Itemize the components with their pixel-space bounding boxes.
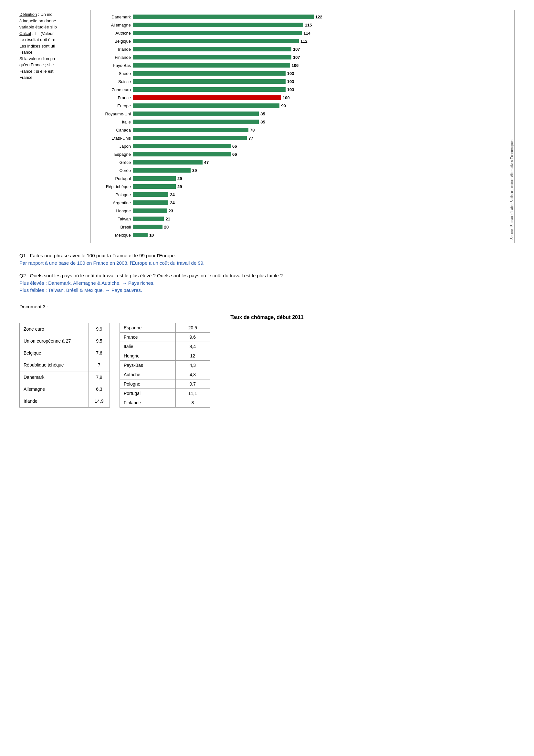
calcul-label: Calcul: [19, 31, 31, 36]
chart-row-bar-area: 103: [133, 71, 501, 76]
chart-row-label: Italie: [94, 120, 133, 124]
chart-row-bar-area: 24: [133, 201, 501, 205]
document-3-section: Document 3 : Taux de chômage, début 2011…: [19, 304, 515, 408]
chart-bar-value: 112: [300, 39, 308, 44]
table-cell-value: 20,5: [175, 323, 210, 332]
answer-2-line2: Plus faibles : Taïwan, Brésil & Mexique.…: [19, 287, 515, 294]
table-title: Taux de chômage, début 2011: [19, 314, 515, 320]
chart-row: Brésil20: [94, 223, 501, 230]
chart-bar-fill: [133, 79, 286, 84]
chart-bar-value: 21: [165, 217, 170, 221]
chart-bar-fill: [133, 144, 231, 148]
table-row: Italie8,4: [120, 342, 210, 351]
chart-row-label: Zone euro: [94, 87, 133, 92]
chart-bar-fill: [133, 31, 302, 35]
definition-title: Définition: [19, 12, 37, 17]
table-cell-country: Autriche: [120, 370, 176, 379]
chart-bar-value: 107: [293, 55, 300, 60]
table-cell-country: Portugal: [120, 389, 176, 398]
chart-bar-value: 78: [250, 128, 255, 132]
chart-row-label: Pologne: [94, 192, 133, 197]
chart-row-bar-area: 78: [133, 128, 501, 132]
chart-bar-value: 66: [232, 144, 237, 149]
chart-row-label: France: [94, 95, 133, 100]
chart-row-label: Rép. tchèque: [94, 184, 133, 189]
chart-bar-value: 106: [292, 63, 299, 68]
table-cell-country: Union européenne à 27: [20, 335, 89, 347]
answer-2-line1: Plus élevés : Danemark, Allemagne & Autr…: [19, 280, 515, 287]
table-row: Union européenne à 279,5: [20, 335, 110, 347]
table-cell-value: 9,5: [89, 335, 110, 347]
calcul-text: : I = (Valeur: [31, 31, 54, 36]
table-cell-country: Italie: [120, 342, 176, 351]
chart-bar-value: 99: [281, 103, 286, 108]
chart-row-bar-area: 77: [133, 136, 501, 141]
table-cell-country: Zone euro: [20, 323, 89, 335]
chart-row-bar-area: 29: [133, 184, 501, 189]
chart-row-label: Pays-Bas: [94, 63, 133, 68]
table-row: Allemagne6,3: [20, 383, 110, 395]
table-cell-country: Irlande: [20, 395, 89, 407]
bar-chart: Danemark122Allemagne115Autriche114Belgiq…: [90, 10, 515, 243]
def-line8: France.: [19, 50, 34, 55]
table-row: Zone euro9,9: [20, 323, 110, 335]
chart-bar-fill: [133, 184, 176, 189]
chart-bar-fill: [133, 152, 231, 156]
chart-bar-value: 66: [232, 152, 237, 157]
table-row: Pays-Bas4,3: [120, 361, 210, 370]
chart-row-bar-area: 66: [133, 152, 501, 157]
table-cell-value: 9,7: [175, 379, 210, 389]
chart-bar-value: 23: [169, 208, 173, 213]
chart-row-label: Japon: [94, 144, 133, 149]
chart-row-bar-area: 20: [133, 225, 501, 230]
left-table: Zone euro9,9Union européenne à 279,5Belg…: [19, 323, 110, 408]
chart-row-label: Argentine: [94, 201, 133, 205]
chart-bar-fill: [133, 217, 164, 221]
chart-row-label: Taiwan: [94, 217, 133, 221]
definition-text2: : Un indi: [37, 12, 53, 17]
chart-bar-fill: [133, 128, 248, 132]
definition-box: Définition : Un indi à laquelle on donne…: [19, 10, 90, 243]
chart-row-label: Autriche: [94, 31, 133, 36]
table-cell-country: Belgique: [20, 347, 89, 359]
chart-bar-value: 107: [293, 47, 300, 52]
chart-row: France100: [94, 94, 501, 101]
chart-bar-value: 24: [170, 201, 174, 205]
chart-bar-value: 20: [164, 225, 169, 230]
chart-row-bar-area: 100: [133, 95, 501, 100]
def-line12: France: [19, 75, 32, 80]
table-cell-value: 11,1: [175, 389, 210, 398]
chart-row-label: Suisse: [94, 79, 133, 84]
table-cell-country: Espagne: [120, 323, 176, 332]
chart-bar-value: 10: [149, 233, 154, 237]
qa-section: Q1 : Faites une phrase avec le 100 pour …: [19, 253, 515, 294]
chart-row: Corée39: [94, 167, 501, 174]
chart-bar-value: 122: [315, 14, 322, 19]
chart-bar-fill: [133, 168, 191, 173]
chart-row-label: Espagne: [94, 152, 133, 157]
chart-bar-value: 103: [287, 71, 294, 76]
chart-bar-fill: [133, 176, 176, 181]
chart-row: Mexique10: [94, 231, 501, 238]
table-cell-country: République tchèque: [20, 359, 89, 371]
chart-row: Suède103: [94, 70, 501, 77]
chart-row-label: Grèce: [94, 160, 133, 165]
chart-row: Argentine24: [94, 199, 501, 206]
chart-bar-fill: [133, 23, 303, 27]
chart-row: Canada78: [94, 126, 501, 133]
chart-row-label: Royaume-Uni: [94, 112, 133, 116]
table-cell-value: 4,3: [175, 361, 210, 370]
chart-row-label: Portugal: [94, 176, 133, 181]
chart-bar-fill: [133, 201, 168, 205]
table-cell-country: Pologne: [120, 379, 176, 389]
chart-bar-value: 24: [170, 192, 174, 197]
table-row: Portugal11,1: [120, 389, 210, 398]
table-row: Finlande8: [120, 398, 210, 407]
table-cell-country: France: [120, 332, 176, 342]
chart-bar-fill: [133, 136, 247, 140]
chart-row-bar-area: 21: [133, 217, 501, 221]
chart-bar-fill: [133, 160, 203, 165]
chart-bar-fill: [133, 120, 259, 124]
chart-row-bar-area: 114: [133, 31, 501, 36]
chart-row-label: Mexique: [94, 233, 133, 237]
